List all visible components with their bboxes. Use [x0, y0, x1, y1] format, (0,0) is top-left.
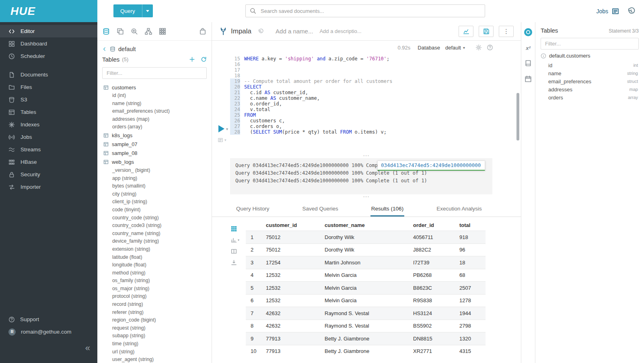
code-editor[interactable]: 1516171819202122232425262728 WHERE a.key…: [212, 54, 521, 153]
column-row-name[interactable]: namestring: [541, 69, 639, 77]
column-item[interactable]: city (string): [97, 190, 212, 198]
column-item[interactable]: os_major (string): [97, 285, 212, 293]
user-menu[interactable]: R romain@gethue.com: [0, 326, 97, 338]
result-row[interactable]: 742632Raymond S. VestalHS31241944: [246, 307, 486, 320]
table-filter[interactable]: [102, 67, 207, 79]
column-item[interactable]: subapp (string): [97, 332, 212, 340]
column-item[interactable]: time (string): [97, 340, 212, 348]
sidebar-item-indexes[interactable]: Indexes: [0, 118, 97, 131]
query-description-placeholder[interactable]: Add a descriptio...: [319, 28, 361, 34]
result-row[interactable]: 175012Dorothy Wilk4056711918: [246, 231, 486, 243]
zoom-in-icon[interactable]: [131, 28, 138, 35]
query-id-popover[interactable]: 034d413ec7474ed5:4249de1000000000: [377, 161, 485, 171]
table-item-customers[interactable]: customers: [97, 83, 212, 92]
result-row[interactable]: 512532Melvin GarciaB8623C2507: [246, 281, 486, 294]
tab-results-106[interactable]: Results (106): [370, 206, 404, 217]
schedule-icon[interactable]: [525, 75, 532, 82]
execute-button[interactable]: ▾: [218, 125, 228, 132]
grid-view-icon[interactable]: [231, 226, 237, 232]
new-query-button[interactable]: Query: [113, 4, 153, 17]
sidebar-item-jobs[interactable]: Jobs: [0, 131, 97, 143]
sidebar-item-files[interactable]: Files: [0, 81, 97, 93]
column-item[interactable]: referer (string): [97, 309, 212, 317]
right-filter[interactable]: [541, 38, 639, 50]
refresh-tables-icon[interactable]: [201, 56, 207, 62]
sidebar-item-editor[interactable]: Editor: [0, 25, 97, 37]
column-item[interactable]: os_family (string): [97, 277, 212, 285]
resize-handle-bottom[interactable]: [212, 194, 521, 199]
back-chevron-icon[interactable]: [102, 47, 107, 52]
column-item[interactable]: user_agent (string): [97, 356, 212, 363]
sidebar-item-streams[interactable]: Streams: [0, 143, 97, 156]
column-item[interactable]: client_ip (string): [97, 198, 212, 206]
results-col-header[interactable]: customer_name: [321, 222, 410, 228]
column-item[interactable]: addresses (map): [97, 116, 212, 124]
column-item[interactable]: method (string): [97, 269, 212, 277]
column-item[interactable]: record (string): [97, 301, 212, 309]
sidebar-collapse-button[interactable]: «: [85, 343, 90, 353]
jobs-link[interactable]: Jobs: [596, 8, 619, 15]
column-item[interactable]: region_code (bigint): [97, 316, 212, 324]
column-item[interactable]: id (int): [97, 92, 212, 100]
column-item[interactable]: _version_ (bigint): [97, 167, 212, 175]
table-item-web-logs[interactable]: web_logs: [97, 158, 212, 167]
language-reference-icon[interactable]: [525, 60, 532, 67]
column-item[interactable]: app (string): [97, 175, 212, 183]
table-item-k8s-logs[interactable]: k8s_logs: [97, 131, 212, 140]
column-item[interactable]: bytes (smallint): [97, 182, 212, 190]
download-icon[interactable]: [231, 260, 237, 266]
support-link[interactable]: Support: [0, 313, 97, 326]
column-item[interactable]: protocol (string): [97, 293, 212, 301]
columns-view-icon[interactable]: [231, 248, 237, 254]
right-filter-input[interactable]: [544, 40, 635, 47]
column-item[interactable]: longitude (float): [97, 261, 212, 269]
table-item-sample-07[interactable]: sample_07: [97, 140, 212, 149]
query-name-placeholder[interactable]: Add a name...: [276, 28, 313, 35]
query-history-icon[interactable]: [258, 29, 263, 34]
query-dropdown-caret[interactable]: [142, 4, 153, 17]
column-item[interactable]: country_code3 (string): [97, 222, 212, 230]
column-row-id[interactable]: idint: [541, 61, 639, 69]
column-row-email-preferences[interactable]: email_preferencesstruct: [541, 77, 639, 85]
results-col-header[interactable]: total: [456, 222, 486, 228]
table-filter-input[interactable]: [106, 70, 203, 76]
sidebar-item-importer[interactable]: Importer: [0, 181, 97, 193]
table-item-sample-08[interactable]: sample_08: [97, 149, 212, 158]
column-item[interactable]: country_name (string): [97, 230, 212, 238]
breadcrumb-database[interactable]: default: [118, 46, 136, 52]
samples-bag-icon[interactable]: [199, 28, 206, 35]
apps-grid-icon[interactable]: [159, 28, 166, 35]
sidebar-item-scheduler[interactable]: Scheduler: [0, 50, 97, 62]
tab-query-history[interactable]: Query History: [235, 206, 270, 217]
history-icon[interactable]: [627, 7, 635, 15]
column-item[interactable]: country_code (string): [97, 214, 212, 222]
global-search[interactable]: [245, 4, 485, 17]
resize-handle-top[interactable]: [212, 153, 521, 158]
column-item[interactable]: extension (string): [97, 245, 212, 254]
column-item[interactable]: request (string): [97, 324, 212, 332]
statement-selector[interactable]: ▾: [218, 137, 226, 143]
active-table-name[interactable]: default.customers: [549, 53, 591, 59]
column-item[interactable]: email_preferences (struct): [97, 107, 212, 116]
settings-gear-icon[interactable]: [475, 44, 482, 51]
help-icon[interactable]: [487, 44, 493, 51]
result-row[interactable]: 612532Melvin GarciaR9S8381278: [246, 294, 486, 307]
hue-logo[interactable]: HUE: [10, 5, 35, 18]
functions-icon[interactable]: x²: [526, 45, 531, 51]
more-actions-button[interactable]: ⋮: [499, 26, 514, 37]
result-row[interactable]: 977913Betty J. GiambroneDN88151320: [246, 332, 486, 345]
column-row-addresses[interactable]: addressesmap: [541, 85, 639, 93]
column-item[interactable]: device_family (string): [97, 237, 212, 245]
result-row[interactable]: 842632Raymond S. VestalBS59022798: [246, 320, 486, 332]
add-table-icon[interactable]: [189, 56, 195, 62]
chart-view-button[interactable]: ▾: [231, 237, 239, 243]
info-icon[interactable]: [541, 53, 546, 59]
search-input[interactable]: [260, 8, 481, 14]
sidebar-item-tables[interactable]: Tables: [0, 106, 97, 118]
sidebar-item-security[interactable]: Security: [0, 168, 97, 181]
chart-button[interactable]: [459, 26, 473, 37]
engine-selector[interactable]: Impala: [219, 27, 251, 35]
result-row[interactable]: 1077913Betty J. GiambroneXR27714315: [246, 345, 486, 358]
results-col-header[interactable]: order_id: [410, 222, 456, 228]
database-selector[interactable]: default ▾: [445, 45, 465, 51]
